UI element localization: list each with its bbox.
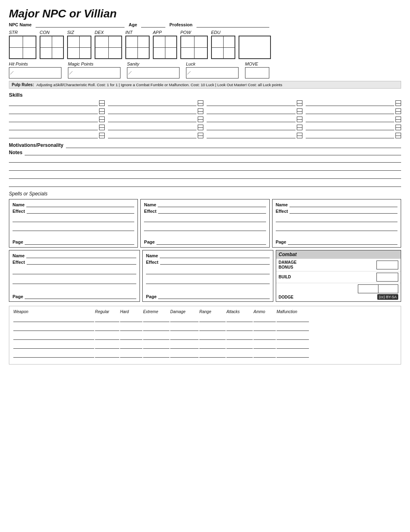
weapon-4-malfunction[interactable] [277, 343, 309, 349]
stat-app-box[interactable] [153, 36, 177, 59]
skill-name-line[interactable] [108, 133, 197, 138]
weapon-1-ammo[interactable] [254, 316, 276, 322]
weapon-1-damage[interactable] [170, 316, 199, 322]
stat-edu-box[interactable] [211, 36, 235, 59]
skill-name-line[interactable] [306, 117, 395, 122]
sanity-box[interactable]: / [127, 67, 180, 78]
spell-1-page-field[interactable] [25, 240, 134, 245]
skill-check-box[interactable] [395, 125, 401, 130]
combat-dodge-half2[interactable] [378, 285, 398, 293]
spell-2-name-field[interactable] [158, 202, 266, 207]
weapon-5-damage[interactable] [170, 352, 199, 358]
skill-name-line[interactable] [207, 108, 296, 114]
stat-int-box[interactable] [125, 36, 150, 59]
weapon-3-attacks[interactable] [226, 334, 253, 340]
skill-check-box[interactable] [198, 100, 203, 106]
skill-check-box[interactable] [395, 117, 401, 122]
weapon-3-range[interactable] [199, 334, 226, 340]
spell-5-blank2[interactable] [146, 276, 270, 284]
notes-line-5[interactable] [9, 181, 401, 187]
stat-extra-box[interactable] [239, 36, 271, 59]
skill-name-line[interactable] [9, 100, 98, 106]
skill-name-line[interactable] [207, 125, 296, 130]
spell-3-page-field[interactable] [288, 240, 397, 245]
weapon-4-extreme[interactable] [143, 343, 169, 349]
spell-1-effect-field[interactable] [27, 208, 135, 214]
skill-check-box[interactable] [297, 133, 302, 138]
weapon-2-range[interactable] [199, 325, 226, 331]
skill-name-line[interactable] [207, 133, 296, 138]
notes-line-3[interactable] [9, 165, 401, 171]
spell-2-page-field[interactable] [156, 240, 266, 245]
notes-field[interactable] [25, 150, 401, 155]
stat-str-box[interactable] [9, 36, 36, 59]
weapon-1-regular[interactable] [95, 316, 119, 322]
spell-2-blank2[interactable] [144, 224, 266, 231]
weapon-2-ammo[interactable] [254, 325, 276, 331]
skill-check-box[interactable] [99, 100, 105, 106]
weapon-3-malfunction[interactable] [277, 334, 309, 340]
weapon-1-attacks[interactable] [226, 316, 253, 322]
npc-name-field[interactable] [36, 22, 125, 28]
weapon-2-extreme[interactable] [143, 325, 169, 331]
move-box[interactable] [245, 67, 269, 78]
skill-check-box[interactable] [198, 108, 203, 114]
skill-name-line[interactable] [108, 108, 197, 114]
weapon-4-hard[interactable] [120, 343, 142, 349]
stat-con-box[interactable] [40, 36, 64, 59]
spell-4-blank1[interactable] [13, 267, 136, 274]
spell-1-blank2[interactable] [13, 224, 134, 231]
combat-dodge-half1[interactable] [358, 285, 378, 293]
stat-dex-box[interactable] [95, 36, 122, 59]
skill-check-box[interactable] [297, 100, 302, 106]
skill-check-box[interactable] [198, 125, 203, 130]
skill-name-line[interactable] [306, 100, 395, 106]
weapon-4-damage[interactable] [170, 343, 199, 349]
spell-2-blank1[interactable] [144, 216, 266, 222]
weapon-3-extreme[interactable] [143, 334, 169, 340]
weapon-4-name[interactable] [13, 343, 94, 349]
combat-damage-bonus-field[interactable] [376, 261, 398, 269]
spell-3-blank1[interactable] [276, 216, 397, 222]
magic-points-box[interactable]: / [68, 67, 120, 78]
weapon-4-ammo[interactable] [254, 343, 276, 349]
weapon-2-attacks[interactable] [226, 325, 253, 331]
skill-name-line[interactable] [306, 133, 395, 138]
skill-name-line[interactable] [9, 125, 98, 130]
skill-name-line[interactable] [9, 108, 98, 114]
skill-name-line[interactable] [306, 108, 395, 114]
weapon-3-regular[interactable] [95, 334, 119, 340]
spell-1-blank1[interactable] [13, 216, 134, 222]
weapon-3-damage[interactable] [170, 334, 199, 340]
skill-name-line[interactable] [108, 117, 197, 122]
weapon-2-hard[interactable] [120, 325, 142, 331]
skill-check-box[interactable] [395, 133, 401, 138]
notes-line-2[interactable] [9, 157, 401, 163]
hit-points-box[interactable]: / [9, 67, 61, 78]
skill-check-box[interactable] [99, 108, 105, 114]
skill-check-box[interactable] [297, 117, 302, 122]
weapon-5-hard[interactable] [120, 352, 142, 358]
weapon-1-malfunction[interactable] [277, 316, 309, 322]
weapon-5-ammo[interactable] [254, 352, 276, 358]
combat-build-field[interactable] [376, 273, 398, 282]
weapon-1-extreme[interactable] [143, 316, 169, 322]
spell-5-page-field[interactable] [158, 294, 270, 299]
motivations-field[interactable] [66, 142, 401, 148]
weapon-3-ammo[interactable] [254, 334, 276, 340]
skill-check-box[interactable] [297, 125, 302, 130]
spell-4-blank2[interactable] [13, 276, 136, 284]
skill-check-box[interactable] [99, 133, 105, 138]
spell-1-name-field[interactable] [26, 202, 134, 207]
skill-name-line[interactable] [108, 125, 197, 130]
weapon-2-damage[interactable] [170, 325, 199, 331]
skill-check-box[interactable] [198, 133, 203, 138]
skill-check-box[interactable] [99, 117, 105, 122]
skill-check-box[interactable] [297, 108, 302, 114]
spell-4-page-field[interactable] [25, 294, 136, 299]
weapon-2-regular[interactable] [95, 325, 119, 331]
notes-line-4[interactable] [9, 173, 401, 179]
weapon-1-name[interactable] [13, 316, 94, 322]
skill-name-line[interactable] [9, 133, 98, 138]
weapon-2-malfunction[interactable] [277, 325, 309, 331]
